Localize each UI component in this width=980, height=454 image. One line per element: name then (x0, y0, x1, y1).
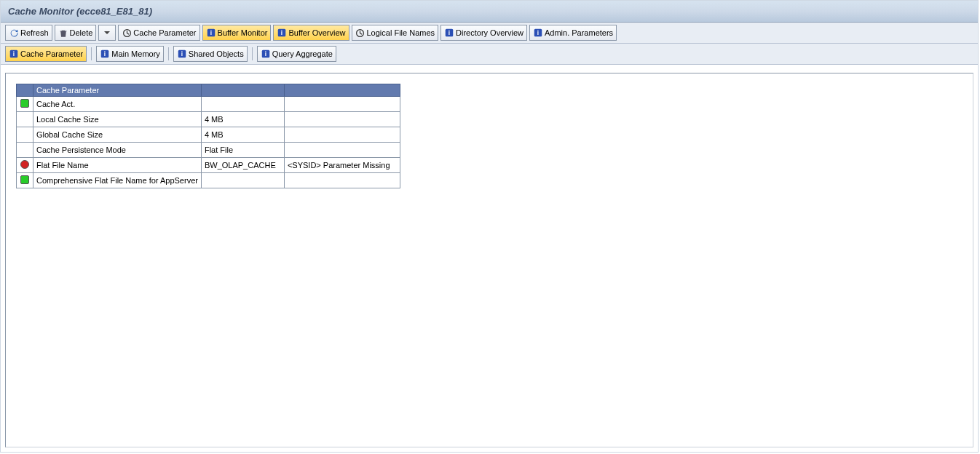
separator (252, 47, 253, 60)
page-title: Cache Monitor (ecce81_E81_81) (8, 6, 152, 17)
logical-file-names-button[interactable]: Logical File Names (352, 25, 439, 41)
content-area: Cache Parameter Cache Act. Local Cache S… (5, 73, 973, 447)
cell-param: Flat File Name (33, 158, 202, 173)
cell-note (284, 112, 400, 127)
svg-text:i: i (104, 51, 106, 57)
button-label: Admin. Parameters (545, 28, 613, 37)
button-label: Refresh (20, 28, 49, 37)
clock-icon (122, 28, 132, 38)
status-error-icon (20, 160, 29, 169)
buffer-overview-button[interactable]: i Buffer Overview (273, 25, 349, 41)
main-memory-tab[interactable]: i Main Memory (96, 46, 164, 62)
th-note[interactable] (284, 84, 400, 97)
svg-text:i: i (448, 30, 450, 36)
cell-param: Global Cache Size (33, 127, 202, 143)
cell-param: Cache Persistence Mode (33, 143, 202, 158)
toolbar-secondary: i Cache Parameter i Main Memory i Shared… (1, 44, 978, 65)
table-row[interactable]: Cache Act. (17, 97, 400, 112)
table-row[interactable]: Comprehensive Flat File Name for AppServ… (17, 173, 400, 188)
cell-note: <SYSID> Parameter Missing (284, 158, 400, 173)
button-label: Shared Objects (189, 49, 244, 58)
shared-objects-tab[interactable]: i Shared Objects (173, 46, 248, 62)
info-icon: i (100, 49, 110, 59)
status-ok-icon (20, 175, 29, 184)
title-bar: Cache Monitor (ecce81_E81_81) (1, 1, 978, 23)
svg-text:i: i (281, 30, 282, 36)
window: Cache Monitor (ecce81_E81_81) Refresh De… (0, 0, 979, 453)
info-icon: i (9, 49, 19, 59)
status-ok-icon (20, 99, 29, 108)
info-icon: i (177, 49, 187, 59)
delete-button[interactable]: Delete (55, 25, 97, 41)
svg-text:i: i (181, 51, 183, 57)
th-status[interactable] (17, 84, 33, 97)
cell-note (284, 127, 400, 143)
th-parameter[interactable]: Cache Parameter (33, 84, 202, 97)
refresh-icon (9, 28, 19, 38)
table-row[interactable]: Flat File Name BW_OLAP_CACHE <SYSID> Par… (17, 158, 400, 173)
cell-value: Flat File (201, 143, 284, 158)
button-label: Logical File Names (367, 28, 435, 37)
cell-note (284, 97, 400, 112)
cell-param: Cache Act. (33, 97, 202, 112)
svg-text:i: i (265, 51, 266, 57)
button-label: Query Aggregate (272, 49, 333, 58)
table-row[interactable]: Cache Persistence Mode Flat File (17, 143, 400, 158)
cache-parameter-tab[interactable]: i Cache Parameter (5, 46, 87, 62)
clock-icon (355, 28, 365, 38)
table-header-row: Cache Parameter (17, 84, 400, 97)
button-label: Delete (70, 28, 93, 37)
cell-note (284, 173, 400, 188)
cache-parameter-table: Cache Parameter Cache Act. Local Cache S… (16, 84, 400, 188)
cell-value (201, 97, 284, 112)
buffer-monitor-button[interactable]: i Buffer Monitor (202, 25, 272, 41)
button-label: Buffer Overview (288, 28, 345, 37)
table-row[interactable]: Local Cache Size 4 MB (17, 112, 400, 127)
svg-text:i: i (13, 51, 15, 57)
separator (168, 47, 169, 60)
info-icon: i (261, 49, 271, 59)
trash-icon (58, 28, 68, 38)
cell-param: Local Cache Size (33, 112, 202, 127)
button-label: Main Memory (111, 49, 160, 58)
button-label: Directory Overview (456, 28, 523, 37)
svg-text:i: i (537, 30, 539, 36)
cache-parameter-button[interactable]: Cache Parameter (118, 25, 199, 41)
cell-note (284, 143, 400, 158)
dropdown-button[interactable] (98, 25, 116, 41)
cell-param: Comprehensive Flat File Name for AppServ… (33, 173, 202, 188)
button-label: Cache Parameter (20, 49, 83, 58)
admin-parameters-button[interactable]: i Admin. Parameters (529, 25, 617, 41)
cell-value (201, 173, 284, 188)
button-label: Buffer Monitor (218, 28, 268, 37)
separator (91, 47, 92, 60)
cell-value: 4 MB (201, 112, 284, 127)
info-icon: i (444, 28, 454, 38)
info-icon: i (206, 28, 216, 38)
query-aggregate-tab[interactable]: i Query Aggregate (257, 46, 336, 62)
cell-value: 4 MB (201, 127, 284, 143)
button-label: Cache Parameter (133, 28, 196, 37)
refresh-button[interactable]: Refresh (5, 25, 52, 41)
table-row[interactable]: Global Cache Size 4 MB (17, 127, 400, 143)
directory-overview-button[interactable]: i Directory Overview (440, 25, 527, 41)
info-icon: i (277, 28, 287, 38)
toolbar-primary: Refresh Delete Cache Parameter i Buffer … (1, 23, 978, 44)
cell-value: BW_OLAP_CACHE (201, 158, 284, 173)
th-value[interactable] (201, 84, 284, 97)
info-icon: i (533, 28, 543, 38)
svg-text:i: i (210, 30, 211, 36)
chevron-down-icon (102, 28, 112, 38)
